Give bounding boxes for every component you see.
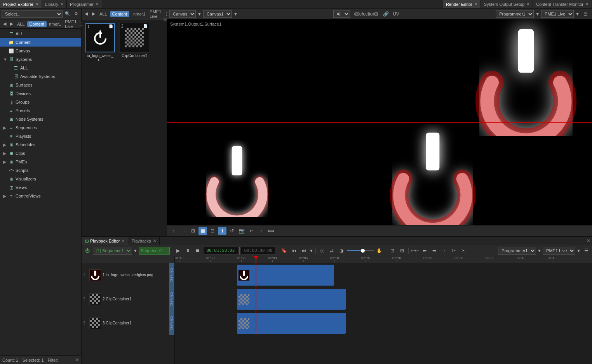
tab-system-output[interactable]: System Output Setup ✕ <box>481 0 533 8</box>
pause-button[interactable]: ⏸ <box>184 247 192 255</box>
close-icon[interactable]: ✕ <box>60 2 63 6</box>
tree-item-all[interactable]: ☰ ALL <box>0 29 81 38</box>
fade-btn[interactable]: ◑ <box>337 247 346 255</box>
cb-content-pill[interactable]: Content <box>110 11 130 17</box>
shuffle-btn[interactable]: ⇄ <box>327 247 336 255</box>
tab-content-transfer[interactable]: Content Transfer Monitor ✕ <box>533 0 592 8</box>
tab-playbacks[interactable]: Playbacks ✕ <box>128 237 159 245</box>
loop-btn[interactable]: ↩↩ <box>411 247 419 255</box>
selection-btn[interactable]: Selection <box>362 10 370 18</box>
link-btn[interactable]: 🔗 <box>382 10 390 18</box>
tree-item-clips[interactable]: ▶ ⊞ Clips <box>0 149 81 158</box>
settings-gear-btn[interactable]: ☰ <box>581 10 590 18</box>
content-item-2[interactable]: 2 📄 ClipContainer1 <box>119 23 150 233</box>
cb-all-btn[interactable]: ALL <box>98 11 109 17</box>
tree-item-systems[interactable]: ▼ 🗄 Systems <box>0 55 81 64</box>
all-select[interactable]: All <box>333 10 350 18</box>
tab-library[interactable]: Library ✕ <box>42 0 67 8</box>
play-button[interactable]: ▶ <box>174 247 183 255</box>
tree-item-views[interactable]: ◫ Views <box>0 183 81 192</box>
sequence-select[interactable]: [1] Sequence1 <box>93 247 132 255</box>
content-nav-pill[interactable]: Content <box>27 21 47 27</box>
pb-pme-select[interactable]: PME1 Live <box>543 247 575 255</box>
settings-button[interactable]: ⚙ <box>73 10 80 17</box>
align-left-btn[interactable]: ⬅ <box>420 247 429 255</box>
trim-btn[interactable]: ✂ <box>459 247 468 255</box>
screen2-btn[interactable]: ⊞ <box>398 247 406 255</box>
tab-project-explorer[interactable]: Project Explorer ✕ <box>0 0 42 8</box>
tree-item-available-systems[interactable]: 🗄 Available Systems <box>0 72 81 81</box>
pme-nav-btn[interactable]: PME1 Live <box>63 19 78 29</box>
tree-item-devices[interactable]: 🎛 Devices <box>0 89 81 98</box>
close-icon[interactable]: ✕ <box>122 239 125 243</box>
cb-pme-btn[interactable]: PME1 Live <box>148 9 163 19</box>
hand-btn[interactable]: ✋ <box>375 247 384 255</box>
tree-item-all-systems[interactable]: ☰ ALL <box>0 64 81 72</box>
undo-btn[interactable]: ↩ <box>247 227 256 235</box>
search-button[interactable]: 🔍 <box>63 10 72 17</box>
programmer-nav-btn[interactable]: nmer1 <box>47 21 63 27</box>
active-indicator[interactable]: ⏻ <box>83 247 92 255</box>
grid-view-btn[interactable]: ⊞ <box>372 10 380 18</box>
playhead[interactable] <box>256 256 256 263</box>
grid-btn[interactable]: ⊞ <box>189 227 197 235</box>
cb-forward-btn[interactable]: ▶ <box>91 11 97 17</box>
cb-nmer-btn[interactable]: nmer1 <box>132 11 147 17</box>
close-icon[interactable]: ✕ <box>474 2 477 6</box>
arrow-btn[interactable]: → <box>179 227 188 235</box>
tab-playback-editor[interactable]: ⏻ Playback Editor ✕ <box>82 237 128 245</box>
tree-item-content[interactable]: 📁 Content <box>0 38 81 47</box>
close-icon[interactable]: ✕ <box>526 2 529 6</box>
uv-btn[interactable]: UV <box>392 10 400 18</box>
distribute-btn[interactable]: ⊪ <box>449 247 458 255</box>
tree-item-canvas[interactable]: ⬜ Canvas <box>0 47 81 55</box>
skip-back-btn[interactable]: ⟨⟨ <box>318 247 326 255</box>
tree-item-schedules[interactable]: ▶ ⊞ Schedules <box>0 140 81 149</box>
close-bottom-btn[interactable]: ✕ <box>587 238 590 244</box>
programmer-select[interactable]: Programmer1 <box>496 10 534 18</box>
zoom-btn[interactable]: ↕ <box>257 227 265 235</box>
fit-all-btn[interactable]: ⟺ <box>266 227 275 235</box>
snapshot-btn[interactable]: 📷 <box>237 227 246 235</box>
select-dropdown[interactable]: Select... <box>2 10 63 18</box>
prev-btn[interactable]: ⏮ <box>290 247 298 255</box>
all-nav-btn[interactable]: ALL <box>16 21 26 27</box>
canvas1-select[interactable]: Canvas1 <box>203 10 232 18</box>
clip-block-1[interactable] <box>237 265 334 286</box>
stop-button[interactable]: ⏹ <box>193 247 202 255</box>
next-btn[interactable]: ⏭ <box>299 247 308 255</box>
content-item-1[interactable]: 1 📄 io_logo_weiss_r... <box>85 23 116 233</box>
pme-select[interactable]: PME1 Live <box>541 10 574 18</box>
bookmark-btn[interactable]: 🔖 <box>280 247 289 255</box>
close-icon[interactable]: ✕ <box>96 2 99 6</box>
info-btn[interactable]: ℹ <box>218 227 226 235</box>
tree-item-playlists[interactable]: ≡ Playlists <box>0 132 81 140</box>
select-btn[interactable]: ▦ <box>198 227 207 235</box>
tree-item-presets[interactable]: ≡ Presets <box>0 106 81 115</box>
sequence-name-input[interactable] <box>139 247 170 255</box>
tree-item-controlviews[interactable]: ▶ ≡ ControlViews <box>0 192 81 200</box>
align-right-btn[interactable]: ➡ <box>430 247 439 255</box>
close-icon[interactable]: ✕ <box>35 2 38 6</box>
pb-menu-btn[interactable]: ☰ <box>582 247 590 255</box>
tab-programmer[interactable]: Programmer ✕ <box>67 0 102 8</box>
nav-forward-button[interactable]: ▶ <box>9 21 15 27</box>
pb-programmer-select[interactable]: Programmer1 <box>498 247 536 255</box>
tab-render-editor[interactable]: Render Editor ✕ <box>443 0 481 8</box>
fit-btn[interactable]: ↕ <box>169 227 178 235</box>
tree-item-visualizers[interactable]: ⊞ Visualizers <box>0 175 81 183</box>
close-icon[interactable]: ✕ <box>153 239 156 243</box>
screen-btn[interactable]: ⊡ <box>388 247 397 255</box>
volume-slider[interactable] <box>347 250 374 251</box>
canvas-select[interactable]: Canvas <box>169 10 196 18</box>
nav-back-button[interactable]: ◀ <box>2 21 8 27</box>
tree-item-sequences[interactable]: ▶ ≡ Sequences <box>0 123 81 132</box>
clip-block-3[interactable] <box>237 313 346 334</box>
reset-btn[interactable]: ↺ <box>228 227 236 235</box>
tree-item-surfaces[interactable]: ⊞ Surfaces <box>0 81 81 89</box>
tree-item-pmes[interactable]: ▶ ⊞ PMEs <box>0 158 81 166</box>
minus-btn[interactable]: ⊟ <box>208 227 217 235</box>
tree-item-node-systems[interactable]: ⊞ Node Systems <box>0 115 81 123</box>
filter-close-btn[interactable]: ✕ <box>75 357 79 362</box>
tree-item-scripts[interactable]: </> Scripts <box>0 166 81 175</box>
